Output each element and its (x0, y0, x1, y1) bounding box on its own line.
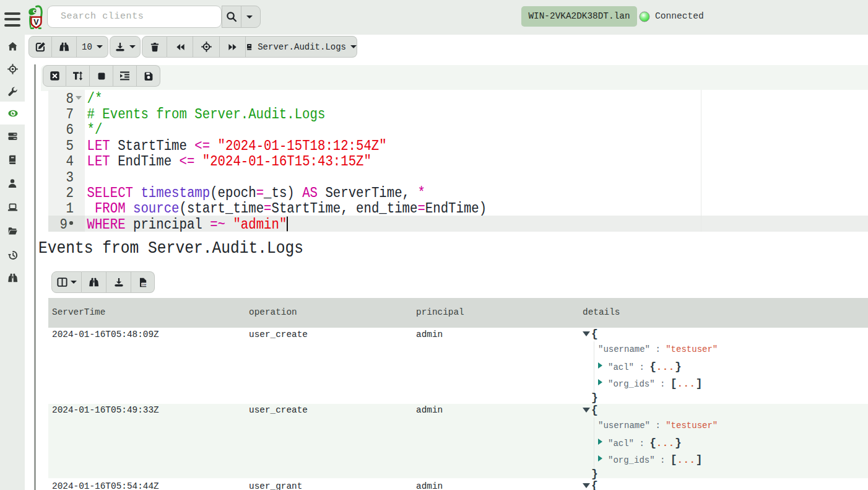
svg-text:csv: csv (141, 283, 146, 286)
svg-text:V: V (33, 18, 39, 27)
